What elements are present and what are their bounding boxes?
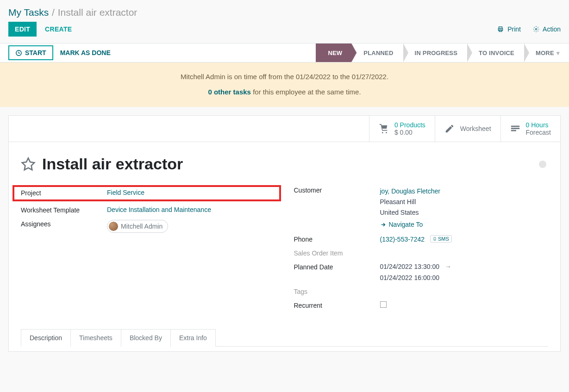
svg-rect-7 xyxy=(511,130,516,131)
tab-blocked-by[interactable]: Blocked By xyxy=(121,329,171,347)
notice-timeoff: Mitchell Admin is on time off from the 0… xyxy=(8,73,561,81)
forecast-icon xyxy=(510,124,520,134)
edit-button[interactable]: EDIT xyxy=(8,22,37,37)
form-card: 0 Products$ 0.00 Worksheet 0 HoursForeca… xyxy=(8,115,561,352)
action-button[interactable]: Action xyxy=(533,25,561,33)
breadcrumb-parent[interactable]: My Tasks xyxy=(8,7,49,18)
print-icon xyxy=(497,26,504,32)
task-title: Install air extractor xyxy=(42,155,183,173)
svg-point-10 xyxy=(435,239,435,240)
breadcrumb-current: Install air extractor xyxy=(58,7,138,18)
recurrent-label: Recurrent xyxy=(294,301,380,309)
create-button[interactable]: CREATE xyxy=(45,25,72,33)
recurrent-checkbox[interactable] xyxy=(380,301,387,308)
planned-date-end: 01/24/2022 16:00:00 xyxy=(380,274,549,281)
stage-to-invoice[interactable]: TO INVOICE xyxy=(467,44,524,62)
assignees-label: Assignees xyxy=(21,220,107,228)
stat-worksheet[interactable]: Worksheet xyxy=(435,116,500,142)
customer-name[interactable]: joy, Douglas Fletcher xyxy=(380,187,440,195)
stat-row: 0 Products$ 0.00 Worksheet 0 HoursForeca… xyxy=(9,116,560,142)
assignee-name: Mitchell Admin xyxy=(121,223,163,230)
assignee-tag[interactable]: Mitchell Admin xyxy=(107,220,168,233)
breadcrumb-separator: / xyxy=(52,7,55,18)
mobile-icon xyxy=(433,236,437,241)
customer-country: United States xyxy=(380,207,549,218)
pencil-icon xyxy=(444,124,455,134)
worksheet-template-label: Worksheet Template xyxy=(21,206,107,214)
other-tasks-text: for this employee at the same time. xyxy=(251,88,361,96)
stage-more[interactable]: MORE▾ xyxy=(524,44,569,62)
cart-icon xyxy=(379,124,389,134)
svg-rect-6 xyxy=(511,128,519,129)
star-icon[interactable] xyxy=(21,157,36,172)
stage-planned[interactable]: PLANNED xyxy=(351,44,402,62)
svg-point-3 xyxy=(535,28,537,30)
sales-order-item-label: Sales Order Item xyxy=(294,249,380,257)
stage-in-progress[interactable]: IN PROGRESS xyxy=(403,44,467,62)
arrow-right-icon: → xyxy=(445,263,451,270)
phone-label: Phone xyxy=(294,235,380,243)
notice-banner: Mitchell Admin is on time off from the 0… xyxy=(0,62,569,107)
gear-icon xyxy=(533,26,539,32)
svg-rect-5 xyxy=(511,126,519,127)
customer-label: Customer xyxy=(294,186,380,194)
breadcrumb: My Tasks / Install air extractor xyxy=(0,0,569,22)
sms-button[interactable]: SMS xyxy=(430,235,452,243)
tabs: Description Timesheets Blocked By Extra … xyxy=(21,329,548,347)
mark-as-done-button[interactable]: MARK AS DONE xyxy=(53,45,118,60)
customer-city: Pleasant Hill xyxy=(380,197,549,207)
tab-extra-info[interactable]: Extra Info xyxy=(170,329,216,347)
toolbar: EDIT CREATE Print Action xyxy=(0,22,569,43)
highlight-box: Project Field Service xyxy=(13,185,281,201)
planned-date-label: Planned Date xyxy=(294,263,380,271)
kanban-state-dot[interactable] xyxy=(539,161,546,168)
stage-flow: NEW PLANNED IN PROGRESS TO INVOICE MORE▾ xyxy=(316,44,569,62)
worksheet-template-value[interactable]: Device Installation and Maintenance xyxy=(107,206,211,213)
other-tasks-link[interactable]: 0 other tasks xyxy=(208,88,251,96)
project-label: Project xyxy=(21,189,107,197)
stat-products[interactable]: 0 Products$ 0.00 xyxy=(369,116,435,142)
start-button[interactable]: START xyxy=(8,45,53,60)
tab-timesheets[interactable]: Timesheets xyxy=(70,329,121,347)
stage-new[interactable]: NEW xyxy=(316,44,351,62)
status-bar: START MARK AS DONE NEW PLANNED IN PROGRE… xyxy=(0,43,569,62)
planned-date-start: 01/24/2022 13:30:00 xyxy=(380,263,439,270)
avatar xyxy=(109,222,118,231)
phone-value[interactable]: (132)-553-7242 xyxy=(380,236,425,243)
tab-description[interactable]: Description xyxy=(21,329,71,347)
arrow-right-icon xyxy=(380,222,386,228)
navigate-to-link[interactable]: Navigate To xyxy=(380,221,423,228)
tags-label: Tags xyxy=(294,287,380,295)
caret-down-icon: ▾ xyxy=(556,50,560,56)
project-value[interactable]: Field Service xyxy=(107,189,144,196)
stat-hours[interactable]: 0 HoursForecast xyxy=(500,116,560,142)
svg-marker-8 xyxy=(22,158,35,169)
print-button[interactable]: Print xyxy=(497,25,521,33)
clock-icon xyxy=(15,50,22,56)
